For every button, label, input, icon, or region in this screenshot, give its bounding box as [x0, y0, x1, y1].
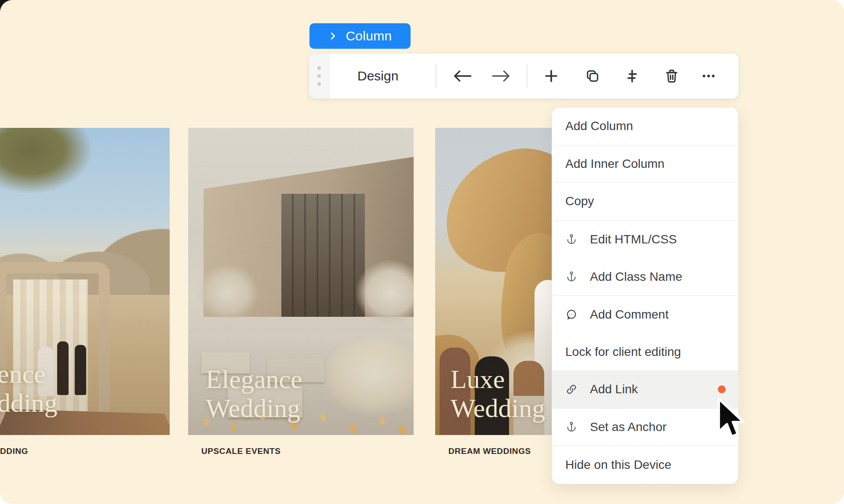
card-caption[interactable]: DDING: [0, 446, 28, 456]
design-button[interactable]: Design: [357, 54, 398, 98]
card-overlay-title: LuxeWedding: [451, 365, 545, 423]
arrow-left-icon: [452, 69, 473, 83]
copy-icon: [585, 68, 600, 84]
link-icon: [565, 383, 578, 395]
anchor-icon: [565, 271, 578, 283]
flowers-art: [321, 334, 414, 417]
add-button[interactable]: [541, 66, 561, 86]
building-art: [204, 157, 414, 317]
menu-item-add-inner-column[interactable]: Add Inner Column: [552, 145, 738, 183]
trash-icon: [664, 68, 680, 84]
menu-item-copy[interactable]: Copy: [552, 183, 738, 221]
comment-icon: [565, 308, 578, 321]
anchor-icon: [565, 421, 578, 433]
tree-art: [355, 260, 414, 326]
card-caption[interactable]: DREAM WEDDINGS: [448, 446, 531, 456]
editor-canvas: Column Design: [0, 0, 844, 504]
notification-dot: [718, 385, 726, 393]
navigate-forward-button[interactable]: [491, 66, 511, 86]
image-card-upscale-events[interactable]: EleganceWedding: [188, 128, 414, 435]
menu-item-add-class-name[interactable]: Add Class Name: [552, 258, 738, 296]
menu-item-edit-html-css[interactable]: Edit HTML/CSS: [552, 221, 738, 258]
toolbar-separator: [527, 64, 528, 88]
card-overlay-title: encedding: [0, 359, 58, 417]
navigate-back-button[interactable]: [452, 66, 473, 86]
delete-button[interactable]: [662, 66, 682, 86]
chip-label: Column: [346, 29, 392, 44]
menu-item-hide-on-this-device[interactable]: Hide on this Device: [552, 446, 738, 484]
element-toolbar: Design: [309, 53, 739, 99]
image-card-desert-wedding[interactable]: encedding: [0, 128, 170, 435]
card-overlay-title: EleganceWedding: [206, 365, 302, 423]
card-caption[interactable]: UPSCALE EVENTS: [201, 446, 281, 456]
menu-item-set-as-anchor[interactable]: Set as Anchor: [552, 409, 738, 446]
more-options-button[interactable]: [698, 66, 719, 86]
context-menu: Add Column Add Inner Column Copy Edit HT…: [552, 107, 738, 484]
drag-handle[interactable]: [309, 54, 330, 98]
duplicate-button[interactable]: [582, 66, 603, 86]
menu-item-add-comment[interactable]: Add Comment: [552, 296, 738, 334]
officiant-art: [57, 341, 69, 395]
distribute-icon: [624, 68, 640, 84]
anchor-icon: [565, 233, 578, 246]
arrow-right-icon: [491, 69, 511, 83]
menu-item-add-column[interactable]: Add Column: [552, 108, 738, 145]
menu-item-add-link[interactable]: Add Link: [552, 371, 738, 409]
rocks-art: [0, 211, 170, 295]
toolbar-separator: [436, 64, 437, 88]
plus-icon: [543, 68, 559, 84]
tree-art: [197, 264, 258, 321]
distribute-button[interactable]: [622, 66, 642, 86]
ellipsis-icon: [701, 68, 717, 84]
palm-art: [0, 128, 92, 194]
menu-item-lock-for-client-editing[interactable]: Lock for client editing: [552, 334, 738, 371]
groom-art: [75, 345, 86, 395]
chevron-right-icon: [328, 31, 338, 41]
glass-facade-art: [281, 194, 365, 317]
column-breadcrumb-chip[interactable]: Column: [309, 23, 411, 49]
